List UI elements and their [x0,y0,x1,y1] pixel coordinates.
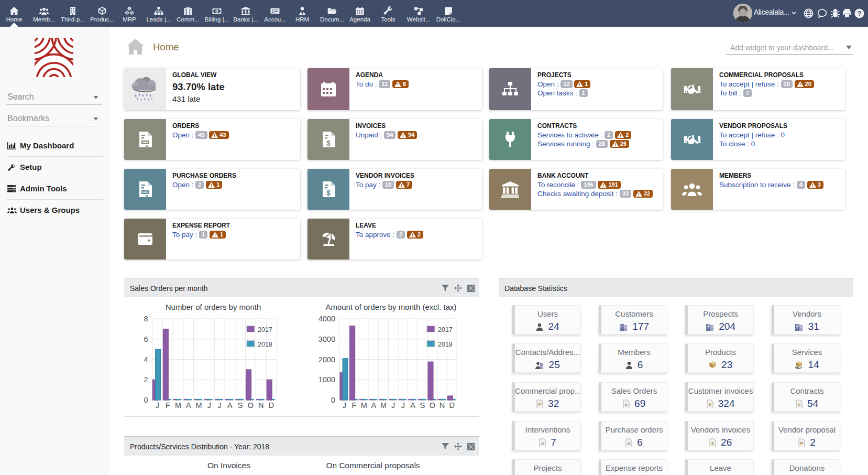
svg-text:2017: 2017 [258,326,272,333]
svg-text:A: A [371,401,376,409]
svg-text:$: $ [272,9,273,12]
svg-text:J: J [391,401,395,409]
svg-text:N: N [440,401,445,409]
svg-text:A: A [186,401,191,409]
svg-text:A: A [410,401,415,409]
svg-text:M: M [175,401,181,409]
svg-text:€: € [708,402,711,407]
svg-text:4000: 4000 [318,315,335,323]
svg-text:D: D [269,401,274,409]
svg-text:O: O [430,401,435,409]
svg-text:2018: 2018 [438,341,453,348]
svg-text:M: M [361,401,367,409]
svg-text:1000: 1000 [318,375,335,384]
svg-text:N: N [258,401,263,409]
svg-text:J: J [401,401,405,409]
svg-text:o: o [625,402,628,407]
svg-text:F: F [352,401,357,409]
svg-text:A: A [227,401,233,409]
svg-text:$: $ [326,139,331,147]
svg-text:S: S [420,401,425,409]
svg-text:$: $ [326,189,331,197]
svg-text:8: 8 [144,315,148,323]
svg-text:2017: 2017 [438,326,453,333]
svg-text:J: J [217,401,221,409]
svg-text:3000: 3000 [318,335,335,343]
svg-text:J: J [343,401,346,409]
svg-text:2000: 2000 [318,355,335,364]
svg-text:P: P [800,441,804,446]
svg-text:D: D [449,401,454,409]
svg-text:J: J [156,401,159,409]
svg-text:0: 0 [331,396,335,404]
svg-text:2: 2 [144,375,148,384]
svg-text:?: ? [858,9,862,17]
svg-text:O: O [248,401,254,409]
svg-text:4: 4 [144,355,148,364]
svg-text:o: o [798,402,801,407]
svg-text:2018: 2018 [258,341,272,348]
svg-text:0: 0 [144,396,148,404]
svg-text:6: 6 [144,335,148,343]
svg-text:M: M [380,401,387,409]
svg-text:o: o [628,441,631,446]
svg-text:€: € [711,441,714,446]
svg-text:o: o [541,441,544,446]
svg-text:F: F [166,401,170,409]
svg-text:M: M [196,401,202,409]
svg-text:J: J [207,401,211,409]
svg-text:P: P [538,402,541,407]
svg-text:S: S [238,401,243,409]
